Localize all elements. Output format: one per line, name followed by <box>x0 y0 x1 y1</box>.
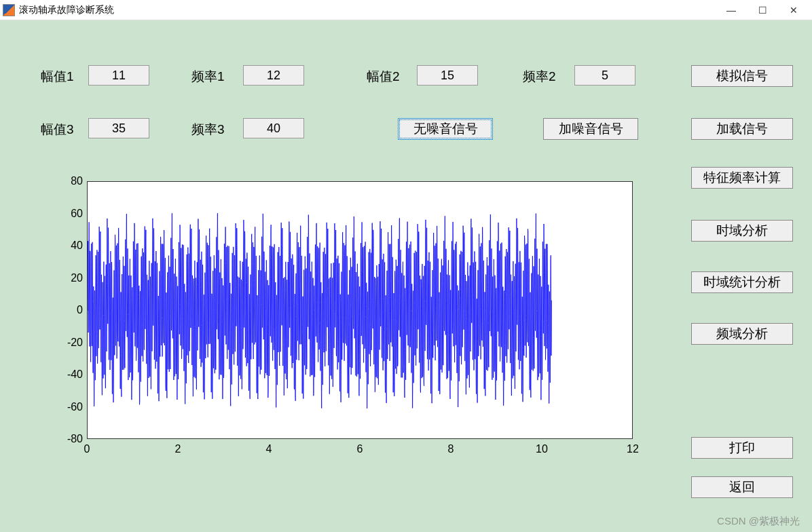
y-tick-label: -60 <box>38 401 83 413</box>
amp2-label: 幅值2 <box>367 68 400 86</box>
freq3-label: 频率3 <box>191 121 225 138</box>
y-tick-label: 0 <box>38 304 83 316</box>
watermark: CSDN @紫极神光 <box>717 515 800 528</box>
axes <box>87 181 633 439</box>
freq1-label: 频率1 <box>191 68 225 86</box>
x-tick-label: 12 <box>627 443 639 455</box>
y-tick-label: -40 <box>38 368 83 381</box>
time-domain-button[interactable]: 时域分析 <box>691 220 793 242</box>
x-tick-label: 10 <box>536 443 548 455</box>
y-tick-label: 40 <box>38 240 83 252</box>
freq2-input[interactable]: 5 <box>574 65 635 86</box>
y-tick-label: -20 <box>38 337 83 349</box>
back-button[interactable]: 返回 <box>691 476 793 498</box>
amp3-label: 幅值3 <box>41 121 74 138</box>
load-signal-button[interactable]: 加载信号 <box>691 118 793 140</box>
freq2-label: 频率2 <box>523 68 556 86</box>
x-tick-label: 4 <box>266 443 272 455</box>
freq1-input[interactable]: 12 <box>243 65 304 86</box>
y-tick-label: 80 <box>38 175 83 187</box>
x-tick-label: 8 <box>448 443 454 455</box>
feature-freq-button[interactable]: 特征频率计算 <box>691 167 793 189</box>
x-tick-label: 2 <box>175 443 181 455</box>
signal-line <box>88 182 633 440</box>
titlebar: 滚动轴承故障诊断系统 — ☐ ✕ <box>0 0 812 20</box>
noiseless-signal-button[interactable]: 无噪音信号 <box>398 118 493 140</box>
x-tick-label: 6 <box>357 443 363 455</box>
amp3-input[interactable]: 35 <box>88 118 149 138</box>
amp1-label: 幅值1 <box>41 68 74 86</box>
client-area: 幅值1 11 频率1 12 幅值2 15 频率2 5 幅值3 35 频率3 40… <box>0 20 812 532</box>
simulate-signal-button[interactable]: 模拟信号 <box>691 65 793 87</box>
time-stat-button[interactable]: 时域统计分析 <box>691 271 793 293</box>
y-tick-label: -80 <box>38 433 83 445</box>
maximize-button[interactable]: ☐ <box>747 0 778 20</box>
close-button[interactable]: ✕ <box>778 0 809 20</box>
noisy-signal-button[interactable]: 加噪音信号 <box>543 118 638 140</box>
freq-domain-button[interactable]: 频域分析 <box>691 323 793 345</box>
x-tick-label: 0 <box>84 443 90 455</box>
app-icon <box>3 4 15 16</box>
y-tick-label: 20 <box>38 272 83 284</box>
amp1-input[interactable]: 11 <box>88 65 149 86</box>
freq3-input[interactable]: 40 <box>243 118 304 138</box>
y-tick-label: 60 <box>38 208 83 220</box>
amp2-input[interactable]: 15 <box>417 65 478 86</box>
minimize-button[interactable]: — <box>716 0 747 20</box>
window-title: 滚动轴承故障诊断系统 <box>19 4 114 16</box>
signal-plot: -80-60-40-20020406080024681012 <box>38 173 649 482</box>
print-button[interactable]: 打印 <box>691 437 793 459</box>
